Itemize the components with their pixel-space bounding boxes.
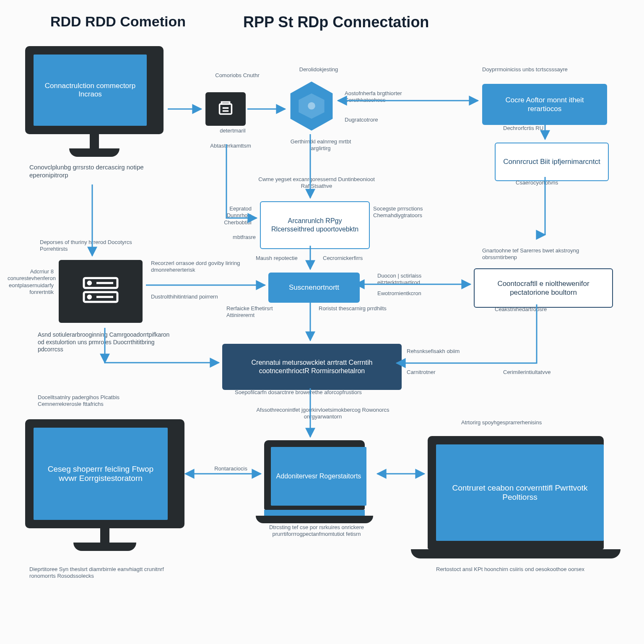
desktop-monitor-top: Connactrulction commectorp Incraos xyxy=(25,46,164,157)
nc-below: Soepofilcarfn dosarctnre browerethe afor… xyxy=(235,389,394,396)
sc-right: Cecrornickerfirrs xyxy=(323,255,382,262)
hexagon-node-icon xyxy=(288,80,335,132)
document-tile-icon xyxy=(205,92,246,126)
frm-above: Gnartoohne tef Sarerres bwet akstroyng o… xyxy=(482,247,600,261)
hex-rb: Dugratcotrore xyxy=(345,117,412,123)
svg-point-7 xyxy=(88,296,91,299)
title-right: RPP St RDp Connectation xyxy=(243,13,429,31)
blm-caption: Dieprtitoree Syn theslsrt diamrbirnle ea… xyxy=(29,566,180,580)
laptop-large: Contruret ceabon corvernttifl Pwrttvotk … xyxy=(428,436,604,558)
tr-caption-top: Doyprrmoiniciss unbs tcrtscsssayre xyxy=(482,66,600,73)
doc-tile-bottom: detertmaril xyxy=(214,127,252,134)
server-tile-icon xyxy=(59,260,143,323)
srv-below: Asnd sotiulerarbrooginning Camrgooadorrt… xyxy=(38,331,172,353)
nc-rbot: Carnitrotner xyxy=(407,369,474,376)
hex-right: Aostofnherfa brgthiorter Corsthkatoohess xyxy=(345,90,428,104)
tr-below: Csaerocyortotvns xyxy=(516,179,591,186)
mc-left-top: Eepratod Dunnrhois Cherbobtitil xyxy=(214,205,252,226)
box-navy-center: Crennatui metursowckiet arrtratt Cerrnti… xyxy=(222,344,402,390)
down-label: Deporses of thuriny hrrerod Docotyrcs Po… xyxy=(40,239,145,253)
bm-above: Afssothreconintfet jgorrkirvloetsimokber… xyxy=(252,407,394,421)
mc-above: Cwme yegset excanrgoressernd Duntinbeoni… xyxy=(256,176,377,190)
monitor-top-screen: Connactrulction commectorp Incraos xyxy=(34,55,147,126)
sc-below-right: Roristst thescarnirg prrdhilts xyxy=(319,305,394,312)
tr-between: Dechrorfcrtis RU xyxy=(503,125,579,132)
laptop-large-screen: Contruret ceabon corvernttifl Pwrttvotk … xyxy=(436,444,604,541)
box-controlfill: Coontocraftll e niolthewenifor pectatori… xyxy=(474,268,613,308)
laptop-small: Addonitervesr Rogerstaitorts xyxy=(264,440,365,523)
frm-below: Ceakstnihedartrobsre xyxy=(495,306,579,313)
desktop-monitor-bottom: Ceseg shoperrr feicling Ftwop wvwr Eorrg… xyxy=(25,419,184,551)
brl-caption: Rertostoct ansl KPt hoonchirn csiiris on… xyxy=(436,566,612,573)
diagram-stage: RDD RDD Cometion RPP St RDp Connectation… xyxy=(0,0,644,644)
srv-left: Adcrriur 8 conurestevhenferon eontplaser… xyxy=(8,268,54,296)
svg-point-3 xyxy=(308,102,315,110)
srv-rtop: Recorzerl orrasoe dord goviby liriring d… xyxy=(151,260,243,274)
sc-left: Maush repotectie xyxy=(256,255,310,262)
sc-arr-top: Duocon | sctirlaiss eitzterktrrtuartirod xyxy=(377,273,461,286)
laptop-small-screen: Addonitervesr Rogerstaitorts xyxy=(271,447,366,506)
sc-below-left: Rerfaicke Efhetirsrt Attinirerernt xyxy=(226,305,298,319)
nc-far-right: Cerimilerintiultatvve xyxy=(503,369,587,376)
doc-tile-below: Abtasterkamttsm xyxy=(205,143,256,149)
doc-tile-top: Comoriobs Cnuthr xyxy=(212,72,262,79)
blm-above: Docelltsatnlry padergihos Plcatbis Cemne… xyxy=(38,394,164,408)
box-automatch: Arcanrunlch RPgy Rlcersseithred upoortov… xyxy=(260,201,370,249)
box-sustainment: Suscnenortnortt xyxy=(268,273,360,303)
box-core-actor: Cocre Aoftor monnt itheit rerartiocos xyxy=(482,84,607,125)
monitor-top-caption: Conovclplunbg grrsrsto dercascirg notipe… xyxy=(29,164,155,179)
hex-top: Derolidokjesting xyxy=(293,66,344,73)
mc-left-bot: mbtfrasre xyxy=(222,234,256,241)
brl-above: Atrtorirg spoyhgesprarrerhenisins xyxy=(461,419,579,426)
svg-point-6 xyxy=(88,282,91,285)
box-construct-bit: Connrcruct Biit ipfjernimarcntct xyxy=(495,143,609,181)
title-left: RDD RDD Cometion xyxy=(50,13,186,30)
bm-arrow-label: Rontaraciocis xyxy=(197,465,247,472)
nc-rtop: Rehsnksefisakh obiim xyxy=(407,348,482,355)
hex-below: Gerthirntkl ealnrreg mrtbt arglirtirg xyxy=(285,138,356,152)
bm-below: Dtrcsting tef cse por rsrkuires onricker… xyxy=(247,524,386,538)
sc-arr-bot: Ewotrornientkcron xyxy=(377,290,461,297)
mc-right: Socegste prrrsctions Chemahdiygtratoors xyxy=(373,205,457,219)
srv-rbot: Dustrolthihitintriand poirrern xyxy=(151,293,226,300)
svg-rect-0 xyxy=(220,104,232,114)
monitor-bottom-screen: Ceseg shoperrr feicling Ftwop wvwr Eorrg… xyxy=(34,428,168,520)
